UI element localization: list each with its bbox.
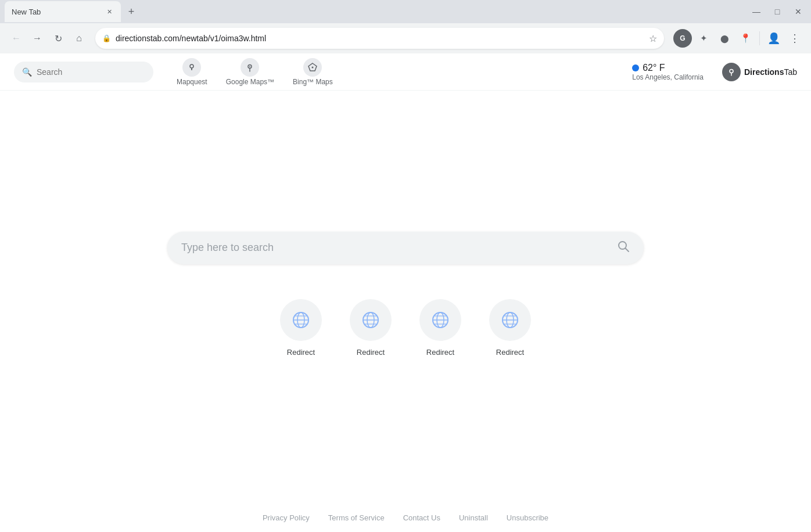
extension-icon-1[interactable]: G bbox=[673, 29, 692, 48]
shortcut-label-1: Redirect bbox=[287, 348, 315, 357]
weather-widget: 62° F Los Angeles, California Directions… bbox=[632, 63, 797, 81]
profile-button[interactable]: 👤 bbox=[765, 29, 783, 48]
directions-tab-icon bbox=[722, 63, 741, 81]
google-maps-icon bbox=[241, 58, 259, 77]
svg-point-4 bbox=[249, 66, 250, 67]
mapquest-icon bbox=[182, 58, 201, 77]
mapquest-label: Mapquest bbox=[177, 78, 207, 86]
shortcut-label-3: Redirect bbox=[426, 348, 454, 357]
shortcut-redirect-3[interactable]: Redirect bbox=[419, 299, 461, 357]
reload-button[interactable]: ↻ bbox=[49, 29, 67, 48]
extension-icon-3[interactable]: ⬤ bbox=[715, 29, 734, 48]
terms-of-service-link[interactable]: Terms of Service bbox=[328, 513, 385, 522]
main-search-bar[interactable]: Type here to search bbox=[167, 232, 644, 264]
forward-button[interactable]: → bbox=[28, 29, 46, 48]
toolbar-separator bbox=[759, 31, 760, 45]
mini-search-icon: 🔍 bbox=[22, 67, 32, 77]
shortcut-icon-circle-4 bbox=[489, 299, 531, 341]
browser-tab[interactable]: New Tab ✕ bbox=[5, 1, 121, 22]
bookmark-icon[interactable]: ☆ bbox=[649, 33, 657, 44]
menu-button[interactable]: ⋮ bbox=[785, 29, 804, 48]
svg-point-7 bbox=[730, 69, 733, 73]
extension-icon-4[interactable]: 📍 bbox=[736, 29, 755, 48]
shortcut-redirect-4[interactable]: Redirect bbox=[489, 299, 531, 357]
directions-tab-brand: DirectionsTab bbox=[722, 63, 797, 81]
shortcut-icon-circle-2 bbox=[350, 299, 392, 341]
mini-search-box[interactable]: 🔍 bbox=[14, 62, 153, 82]
shortcut-redirect-1[interactable]: Redirect bbox=[280, 299, 322, 357]
map-links-group: Mapquest Google Maps™ bbox=[177, 58, 333, 86]
uninstall-link[interactable]: Uninstall bbox=[459, 513, 488, 522]
main-search-placeholder: Type here to search bbox=[181, 242, 610, 254]
brand-text: DirectionsTab bbox=[744, 67, 797, 77]
main-content-area: Type here to search bbox=[0, 91, 811, 532]
svg-rect-2 bbox=[191, 68, 192, 70]
extension-icon-2[interactable]: ✦ bbox=[694, 29, 713, 48]
mini-search-input[interactable] bbox=[37, 67, 145, 77]
bing-maps-icon bbox=[303, 58, 322, 77]
back-button[interactable]: ← bbox=[7, 29, 26, 48]
home-button[interactable]: ⌂ bbox=[70, 29, 88, 48]
weather-dot bbox=[632, 64, 639, 71]
google-maps-label: Google Maps™ bbox=[226, 78, 274, 86]
shortcut-label-2: Redirect bbox=[357, 348, 385, 357]
minimize-button[interactable]: — bbox=[748, 3, 765, 20]
tab-close-button[interactable]: ✕ bbox=[105, 7, 114, 16]
bing-maps-link[interactable]: Bing™ Maps bbox=[293, 58, 333, 86]
weather-location: Los Angeles, California bbox=[632, 73, 704, 81]
svg-rect-0 bbox=[186, 62, 197, 73]
shortcut-label-4: Redirect bbox=[496, 348, 524, 357]
shortcut-redirect-2[interactable]: Redirect bbox=[350, 299, 392, 357]
bing-maps-label: Bing™ Maps bbox=[293, 78, 333, 86]
main-search-icon bbox=[617, 240, 630, 256]
lock-icon: 🔒 bbox=[102, 34, 111, 42]
shortcut-icon-circle-3 bbox=[419, 299, 461, 341]
mapquest-link[interactable]: Mapquest bbox=[177, 58, 207, 86]
page-footer: Privacy Policy Terms of Service Contact … bbox=[0, 503, 811, 532]
contact-us-link[interactable]: Contact Us bbox=[403, 513, 440, 522]
google-maps-link[interactable]: Google Maps™ bbox=[226, 58, 274, 86]
svg-line-9 bbox=[626, 248, 629, 251]
url-text: directionstab.com/newtab/v1/oima3w.html bbox=[116, 34, 644, 43]
tab-title: New Tab bbox=[12, 8, 100, 16]
privacy-policy-link[interactable]: Privacy Policy bbox=[263, 513, 310, 522]
shortcuts-grid: Redirect Redirect bbox=[280, 299, 531, 357]
unsubscribe-link[interactable]: Unsubscribe bbox=[507, 513, 548, 522]
close-button[interactable]: ✕ bbox=[790, 3, 806, 20]
shortcut-icon-circle-1 bbox=[280, 299, 322, 341]
maximize-button[interactable]: □ bbox=[769, 3, 785, 20]
new-tab-button[interactable]: + bbox=[123, 3, 139, 20]
main-search-container: Type here to search bbox=[167, 232, 644, 264]
weather-temperature: 62° F bbox=[632, 63, 704, 73]
svg-point-6 bbox=[312, 66, 314, 68]
address-bar[interactable]: 🔒 directionstab.com/newtab/v1/oima3w.htm… bbox=[95, 28, 664, 49]
